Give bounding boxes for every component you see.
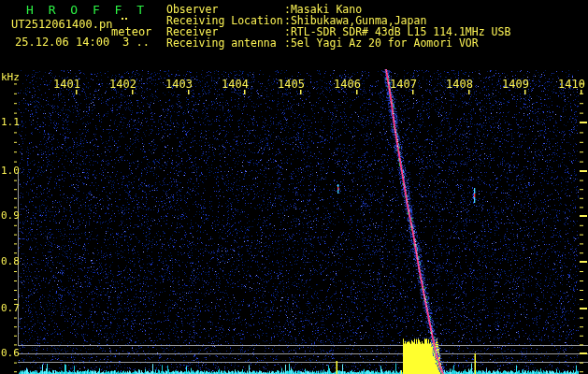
freq-unit-label: kHz [1,72,20,82]
time-tick-label: 1403 [165,79,193,90]
freq-tick-label: 0.6 [1,348,20,358]
time-tick-label: 1405 [278,79,305,90]
info-value: :5el Yagi Az 20 for Aomori VOR [284,36,479,50]
time-tick-label: 1410 [558,79,585,90]
time-tick-label: 1409 [502,79,529,90]
info-label: Receiving antenna [166,37,284,49]
hrofft-window: H R O F F T UT2512061400.pn meteor 25.12… [0,0,588,374]
time-tick-label: 1401 [53,79,80,90]
freq-tick-label: 0.7 [1,303,20,313]
station-info: Observer:Masaki KanoReceiving Location:S… [166,4,510,49]
datetime-label: 25.12.06 14:00 [15,36,109,48]
time-tick-label: 1407 [390,79,417,90]
info-row: Receiving antenna:5el Yagi Az 20 for Aom… [166,37,510,49]
echo-counter: 3 .. [122,36,150,48]
time-tick-label: 1404 [222,79,249,90]
freq-tick-label: 0.9 [1,210,20,221]
freq-tick-label: 0.8 [1,256,20,266]
time-tick-label: 1402 [109,79,136,90]
freq-tick-label: 1.1 [1,117,20,127]
file-name: UT2512061400.pn [11,19,112,30]
spectrogram-canvas [0,0,588,374]
time-tick-label: 1408 [446,79,473,90]
time-tick-label: 1406 [334,79,361,90]
freq-tick-label: 1.0 [1,165,20,176]
app-title: H R O F F T [26,4,148,16]
